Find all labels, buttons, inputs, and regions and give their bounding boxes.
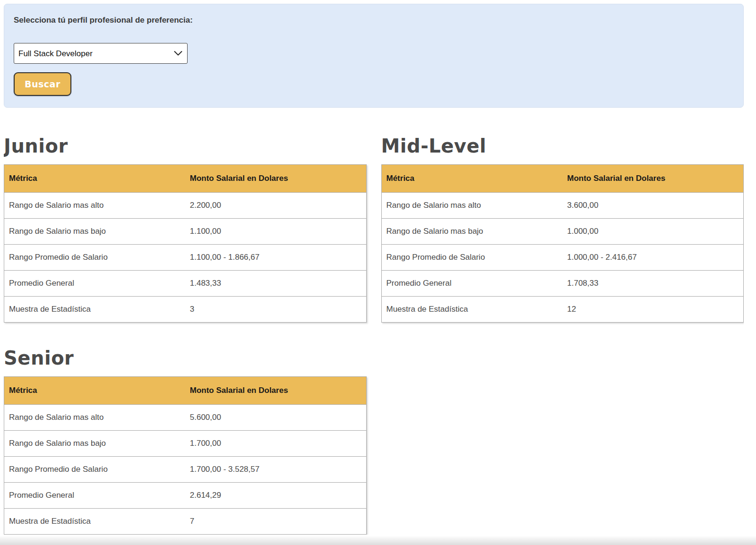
profile-select-wrap: Full Stack Developer	[14, 43, 188, 64]
value-cell: 2.614,29	[185, 483, 366, 509]
table-row: Rango de Salario mas alto 3.600,00	[381, 193, 744, 219]
table-header-row: Métrica Monto Salarial en Dolares	[4, 377, 367, 405]
section-title-junior: Junior	[4, 135, 367, 157]
value-cell: 12	[562, 297, 743, 323]
salary-table-junior: Métrica Monto Salarial en Dolares Rango …	[4, 164, 367, 323]
profile-filter-panel: Selecciona tú perfil profesional de pref…	[4, 4, 744, 108]
metric-cell: Muestra de Estadística	[4, 297, 185, 323]
salary-table-mid-level: Métrica Monto Salarial en Dolares Rango …	[381, 164, 744, 323]
metric-cell: Rango de Salario mas bajo	[4, 431, 185, 457]
results-grid: Junior Métrica Monto Salarial en Dolares…	[4, 135, 744, 535]
column-header-metric: Métrica	[4, 377, 185, 405]
table-header-row: Métrica Monto Salarial en Dolares	[381, 165, 744, 193]
section-title-senior: Senior	[4, 347, 367, 369]
section-junior: Junior Métrica Monto Salarial en Dolares…	[4, 135, 367, 323]
table-row: Rango de Salario mas bajo 1.000,00	[381, 219, 744, 245]
value-cell: 1.708,33	[562, 271, 743, 297]
metric-cell: Promedio General	[4, 271, 185, 297]
value-cell: 7	[185, 509, 366, 535]
table-row: Rango de Salario mas bajo 1.100,00	[4, 219, 367, 245]
value-cell: 1.700,00	[185, 431, 366, 457]
column-header-amount: Monto Salarial en Dolares	[185, 165, 366, 193]
metric-cell: Rango de Salario mas bajo	[381, 219, 562, 245]
table-row: Muestra de Estadística 12	[381, 297, 744, 323]
value-cell: 1.483,33	[185, 271, 366, 297]
value-cell: 1.000,00 - 2.416,67	[562, 245, 743, 271]
column-header-amount: Monto Salarial en Dolares	[562, 165, 743, 193]
metric-cell: Rango de Salario mas alto	[4, 193, 185, 219]
value-cell: 1.700,00 - 3.528,57	[185, 457, 366, 483]
column-header-metric: Métrica	[381, 165, 562, 193]
metric-cell: Rango Promedio de Salario	[4, 457, 185, 483]
metric-cell: Promedio General	[4, 483, 185, 509]
table-row: Muestra de Estadística 7	[4, 509, 367, 535]
empty-grid-cell	[381, 347, 744, 535]
value-cell: 1.100,00 - 1.866,67	[185, 245, 366, 271]
table-row: Rango Promedio de Salario 1.700,00 - 3.5…	[4, 457, 367, 483]
column-header-amount: Monto Salarial en Dolares	[185, 377, 366, 405]
metric-cell: Promedio General	[381, 271, 562, 297]
table-row: Rango de Salario mas alto 2.200,00	[4, 193, 367, 219]
value-cell: 2.200,00	[185, 193, 366, 219]
metric-cell: Muestra de Estadística	[381, 297, 562, 323]
metric-cell: Rango de Salario mas alto	[4, 405, 185, 431]
table-row: Promedio General 1.483,33	[4, 271, 367, 297]
value-cell: 1.000,00	[562, 219, 743, 245]
column-header-metric: Métrica	[4, 165, 185, 193]
table-row: Rango de Salario mas bajo 1.700,00	[4, 431, 367, 457]
value-cell: 3.600,00	[562, 193, 743, 219]
metric-cell: Rango Promedio de Salario	[4, 245, 185, 271]
metric-cell: Rango de Salario mas bajo	[4, 219, 185, 245]
salary-table-senior: Métrica Monto Salarial en Dolares Rango …	[4, 376, 367, 535]
profile-select[interactable]: Full Stack Developer	[14, 43, 188, 64]
section-senior: Senior Métrica Monto Salarial en Dolares…	[4, 347, 367, 535]
value-cell: 5.600,00	[185, 405, 366, 431]
table-row: Rango Promedio de Salario 1.000,00 - 2.4…	[381, 245, 744, 271]
section-mid-level: Mid-Level Métrica Monto Salarial en Dola…	[381, 135, 744, 323]
buscar-button[interactable]: Buscar	[14, 72, 71, 96]
value-cell: 1.100,00	[185, 219, 366, 245]
table-header-row: Métrica Monto Salarial en Dolares	[4, 165, 367, 193]
table-row: Promedio General 1.708,33	[381, 271, 744, 297]
profile-select-label: Selecciona tú perfil profesional de pref…	[14, 16, 734, 25]
metric-cell: Rango de Salario mas alto	[381, 193, 562, 219]
metric-cell: Rango Promedio de Salario	[381, 245, 562, 271]
metric-cell: Muestra de Estadística	[4, 509, 185, 535]
section-title-mid-level: Mid-Level	[381, 135, 744, 157]
table-row: Rango Promedio de Salario 1.100,00 - 1.8…	[4, 245, 367, 271]
value-cell: 3	[185, 297, 366, 323]
table-row: Muestra de Estadística 3	[4, 297, 367, 323]
table-row: Rango de Salario mas alto 5.600,00	[4, 405, 367, 431]
table-row: Promedio General 2.614,29	[4, 483, 367, 509]
